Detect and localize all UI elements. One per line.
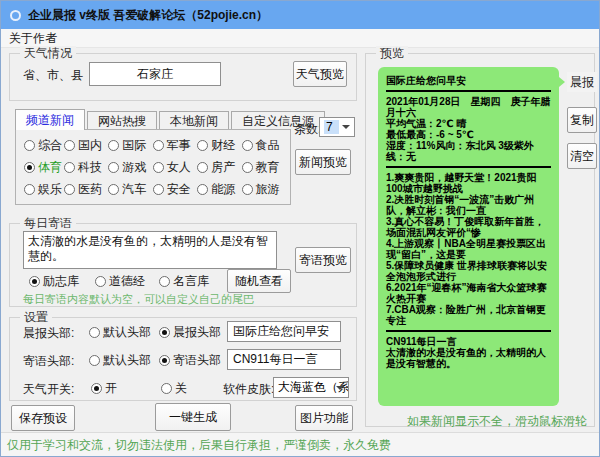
skin-label: 软件皮肤: [223,381,274,398]
preview-separator [386,166,551,168]
radio-icon [242,184,253,195]
quote-source-label: 名言库 [173,273,209,290]
radio-icon [64,184,75,195]
channel-radio[interactable]: 汽车 [108,181,152,198]
channel-label: 女人 [167,159,191,176]
quote-textarea[interactable]: 太清澈的水是没有鱼的，太精明的人是没有智慧的。 [23,231,277,269]
window-title: 企业晨报 v终版 吾爱破解论坛（52pojie.cn） [28,7,268,24]
channel-label: 游戏 [122,159,146,176]
quote-header-default-radio[interactable]: 默认头部 [89,352,151,369]
preview-scroll-hint: 如果新闻显示不全，滑动鼠标滑轮 [407,413,587,430]
clear-button[interactable]: 清空 [567,143,597,169]
radio-label: 默认头部 [103,352,151,369]
channel-label: 娱乐 [38,181,62,198]
settings-group-label: 设置 [20,310,52,324]
weather-group-label: 天气情况 [20,46,76,60]
channel-radio[interactable]: 能源 [197,181,241,198]
tab-site-hot-search[interactable]: 网站热搜 [87,111,157,130]
weather-off-radio[interactable]: 关 [161,380,187,397]
channel-label: 能源 [211,181,235,198]
channel-radio[interactable]: 财经 [197,137,241,154]
radio-icon [159,276,170,287]
channel-radio[interactable]: 军事 [153,137,197,154]
channel-radio[interactable]: 综合 [24,137,64,154]
preview-side-tab-morning-report[interactable]: 晨报 [567,72,597,92]
channel-radio[interactable]: 食品 [242,137,286,154]
quote-source-lizhi[interactable]: 励志库 [29,273,79,290]
channel-label: 医药 [78,181,102,198]
channel-radio[interactable]: 娱乐 [24,181,64,198]
channel-radio[interactable]: 国内 [64,137,108,154]
weather-preview-button[interactable]: 天气预览 [293,61,347,87]
radio-icon [108,162,119,173]
image-functions-button[interactable]: 图片功能 [295,405,353,431]
preview-separator [386,90,551,92]
radio-icon [242,140,253,151]
radio-icon [108,184,119,195]
random-view-button[interactable]: 随机查看 [227,269,291,293]
radio-icon [159,355,170,366]
preview-weather-line: 最低最高：-6 ~ 5℃ [386,129,551,140]
channel-radio-selected[interactable]: 体育 [24,159,64,176]
radio-label: 关 [175,380,187,397]
tab-local-news[interactable]: 本地新闻 [159,111,229,130]
radio-icon [197,140,208,151]
channel-label: 国内 [78,137,102,154]
radio-icon [153,162,164,173]
radio-label: 开 [105,380,117,397]
news-count-value: 7 [324,120,339,134]
preview-separator [386,330,551,332]
menubar: 关于作者 [1,29,599,48]
channel-radio[interactable]: 游戏 [108,159,152,176]
radio-icon [64,162,75,173]
quote-preview-button[interactable]: 寄语预览 [295,247,351,273]
quote-source-mingyan[interactable]: 名言库 [159,273,209,290]
channel-radio[interactable]: 医药 [64,181,108,198]
skin-select[interactable]: 大海蓝色（系统 [273,377,349,398]
preview-date-line: 2021年01月28日 星期四 庚子年腊月十六 [386,96,551,118]
news-preview-button[interactable]: 新闻预览 [295,149,351,175]
preview-weather-line: 湿度：11%风向：东北风 3级紫外线：无 [386,140,551,162]
quote-header-custom-radio[interactable]: 寄语头部 [159,352,221,369]
daily-quote-group-label: 每日寄语 [20,216,76,230]
channel-radio[interactable]: 安全 [153,181,197,198]
statusbar-text: 仅用于学习和交流，切勿违法使用，后果自行承担，严谨倒卖，永久免费 [1,437,391,454]
copy-button[interactable]: 复制 [567,107,597,133]
channel-radio[interactable]: 国际 [108,137,152,154]
radio-icon [95,276,106,287]
report-header-input[interactable]: 国际庄给您问早安 [227,321,341,342]
save-preset-button[interactable]: 保存预设 [11,405,75,431]
radio-icon [24,184,35,195]
news-count-select[interactable]: 7 [319,117,355,137]
radio-icon [108,140,119,151]
quote-header-input[interactable]: CN911每日一言 [227,349,341,370]
weather-on-radio[interactable]: 开 [91,380,117,397]
weather-switch-label: 天气开关: [23,381,74,398]
radio-icon [159,327,170,338]
channel-label: 综合 [38,137,62,154]
channel-radio[interactable]: 旅游 [242,181,286,198]
tab-channel-news[interactable]: 频道新闻 [15,109,85,130]
channel-radio-panel: 综合 国内 国际 军事 财经 食品 体育 科技 游戏 女人 房产 教育 娱乐 医… [15,129,291,205]
quote-source-label: 励志库 [43,273,79,290]
channel-label: 财经 [211,137,235,154]
radio-label: 默认头部 [103,324,151,341]
one-key-generate-button[interactable]: 一键生成 [155,403,231,431]
preview-quote-title: CN911每日一言 [386,336,551,347]
quote-source-daodejing[interactable]: 道德经 [95,273,145,290]
channel-radio[interactable]: 房产 [197,159,241,176]
report-header-default-radio[interactable]: 默认头部 [89,324,151,341]
preview-header: 国际庄给您问早安 [386,75,551,86]
preview-text-panel[interactable]: 国际庄给您问早安 2021年01月28日 星期四 庚子年腊月十六 平均气温：2℃… [378,67,559,406]
channel-radio[interactable]: 女人 [153,159,197,176]
radio-icon [153,184,164,195]
preview-group-label: 预览 [376,46,408,60]
preview-news-item: 7.CBA观察：险胜广州，北京首钢更专注 [386,304,551,326]
menu-about-author[interactable]: 关于作者 [1,30,65,47]
channel-label: 科技 [78,159,102,176]
city-input[interactable]: 石家庄 [89,62,221,86]
channel-radio[interactable]: 科技 [64,159,108,176]
report-header-label: 晨报头部: [23,325,74,342]
channel-radio[interactable]: 教育 [242,159,286,176]
report-header-custom-radio[interactable]: 晨报头部 [159,324,221,341]
